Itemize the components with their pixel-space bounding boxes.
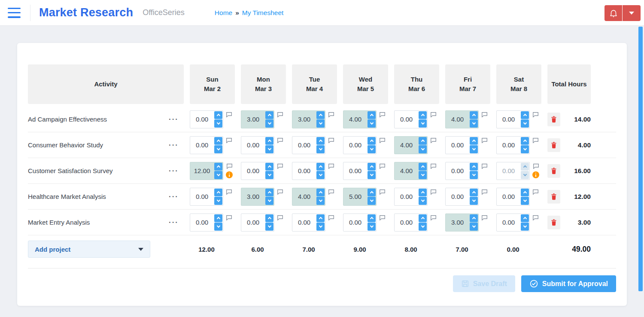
hours-value[interactable]: 0.00 <box>190 214 214 231</box>
hours-input[interactable]: 4.00 <box>343 110 377 128</box>
hours-value[interactable]: 4.00 <box>395 137 418 154</box>
hours-value[interactable]: 0.00 <box>241 162 265 180</box>
comment-icon[interactable] <box>481 137 488 143</box>
comment-icon[interactable] <box>328 112 334 118</box>
hours-value[interactable]: 0.00 <box>446 162 469 180</box>
hours-input[interactable]: 5.00 <box>343 188 377 206</box>
increment-button[interactable] <box>419 111 427 119</box>
delete-row-button[interactable] <box>547 190 560 204</box>
hours-value[interactable]: 0.00 <box>497 137 520 154</box>
hours-value[interactable]: 0.00 <box>241 137 265 154</box>
hours-input[interactable]: 3.00 <box>241 188 274 206</box>
decrement-button[interactable] <box>521 145 529 153</box>
hours-value[interactable]: 0.00 <box>190 137 214 154</box>
decrement-button[interactable] <box>368 197 376 205</box>
increment-button[interactable] <box>265 111 273 119</box>
decrement-button[interactable] <box>265 171 273 179</box>
comment-icon[interactable] <box>430 137 437 143</box>
hours-value[interactable]: 5.00 <box>343 188 367 205</box>
hours-value[interactable]: 0.00 <box>497 111 520 128</box>
increment-button[interactable] <box>265 214 273 223</box>
hours-input[interactable]: 0.00 <box>343 213 377 232</box>
save-draft-button[interactable]: Save Draft <box>453 275 515 292</box>
comment-icon[interactable] <box>328 189 334 195</box>
increment-button[interactable] <box>368 111 376 119</box>
hours-input[interactable]: 0.00 <box>190 110 223 128</box>
decrement-button[interactable] <box>214 197 222 205</box>
hours-value[interactable]: 0.00 <box>395 214 418 231</box>
hours-value[interactable]: 0.00 <box>343 162 367 180</box>
comment-icon[interactable] <box>226 189 232 195</box>
comment-icon[interactable] <box>481 215 488 221</box>
decrement-button[interactable] <box>214 171 222 179</box>
decrement-button[interactable] <box>316 145 325 153</box>
comment-icon[interactable] <box>277 215 283 221</box>
hours-value[interactable]: 3.00 <box>292 111 316 128</box>
hours-value[interactable]: 0.00 <box>292 162 316 180</box>
comment-icon[interactable] <box>379 112 386 118</box>
delete-row-button[interactable] <box>547 138 560 152</box>
increment-button[interactable] <box>316 214 325 223</box>
hamburger-menu-icon[interactable] <box>8 8 21 18</box>
hours-input[interactable]: 0.00 <box>292 136 325 154</box>
comment-icon[interactable] <box>532 189 539 195</box>
hours-value[interactable]: 0.00 <box>343 214 367 231</box>
hours-input[interactable]: 0.00 <box>445 136 479 154</box>
increment-button[interactable] <box>470 163 478 171</box>
hours-value[interactable]: 0.00 <box>395 188 418 205</box>
decrement-button[interactable] <box>368 223 376 231</box>
comment-icon[interactable] <box>379 189 386 195</box>
comment-icon[interactable] <box>226 215 232 221</box>
decrement-button[interactable] <box>419 223 427 231</box>
comment-icon[interactable] <box>379 163 386 169</box>
hours-input[interactable]: 4.00 <box>292 188 325 206</box>
decrement-button[interactable] <box>521 119 529 128</box>
comment-icon[interactable] <box>430 189 437 195</box>
hours-input[interactable]: 0.00 <box>496 136 530 154</box>
decrement-button[interactable] <box>316 223 325 231</box>
hours-input[interactable]: 0.00 <box>292 162 325 180</box>
decrement-button[interactable] <box>316 197 325 205</box>
delete-row-button[interactable] <box>547 216 560 229</box>
comment-icon[interactable] <box>532 137 539 143</box>
hours-value[interactable]: 0.00 <box>497 162 520 180</box>
increment-button[interactable] <box>419 189 427 197</box>
increment-button[interactable] <box>419 137 427 145</box>
increment-button[interactable] <box>521 137 529 145</box>
decrement-button[interactable] <box>265 145 273 153</box>
hours-input[interactable]: 0.00 <box>343 136 377 154</box>
decrement-button[interactable] <box>470 145 478 153</box>
hours-input[interactable]: 0.00 <box>190 188 223 206</box>
increment-button[interactable] <box>214 189 222 197</box>
increment-button[interactable] <box>521 111 529 119</box>
increment-button[interactable] <box>368 189 376 197</box>
hours-value[interactable]: 4.00 <box>395 162 418 180</box>
hours-value[interactable]: 3.00 <box>241 111 265 128</box>
decrement-button[interactable] <box>470 171 478 179</box>
increment-button[interactable] <box>214 163 222 171</box>
hours-input[interactable]: 4.00 <box>394 162 428 180</box>
increment-button[interactable] <box>368 137 376 145</box>
comment-icon[interactable] <box>430 163 437 169</box>
submit-for-approval-button[interactable]: Submit for Approval <box>521 275 616 292</box>
comment-icon[interactable] <box>226 137 232 143</box>
comment-icon[interactable] <box>481 163 488 169</box>
increment-button[interactable] <box>521 163 529 171</box>
hours-value[interactable]: 0.00 <box>292 137 316 154</box>
notifications-button[interactable] <box>605 5 623 21</box>
decrement-button[interactable] <box>521 223 529 231</box>
increment-button[interactable] <box>265 163 273 171</box>
decrement-button[interactable] <box>316 119 325 128</box>
increment-button[interactable] <box>316 137 325 145</box>
hours-value[interactable]: 12.00 <box>190 162 214 180</box>
decrement-button[interactable] <box>419 119 427 128</box>
increment-button[interactable] <box>470 111 478 119</box>
comment-icon[interactable] <box>430 215 437 221</box>
hours-value[interactable]: 0.00 <box>497 214 520 231</box>
hours-input[interactable]: 0.00 <box>241 136 274 154</box>
increment-button[interactable] <box>521 214 529 223</box>
increment-button[interactable] <box>470 214 478 223</box>
decrement-button[interactable] <box>214 145 222 153</box>
hours-input[interactable]: 0.00 <box>190 136 223 154</box>
comment-icon[interactable] <box>277 137 283 143</box>
